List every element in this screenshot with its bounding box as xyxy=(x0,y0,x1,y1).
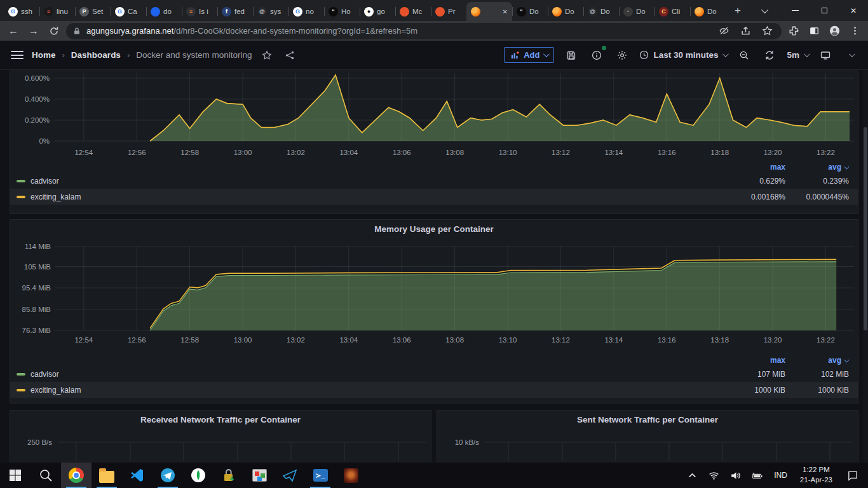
breadcrumb-home[interactable]: Home xyxy=(32,50,56,60)
taskbar-chrome-button[interactable] xyxy=(61,463,92,488)
taskbar-powershell-button[interactable]: ≻_ xyxy=(305,463,336,488)
browser-tab-active[interactable]: ✕ xyxy=(466,2,512,21)
browser-tab-do[interactable]: do xyxy=(146,2,182,21)
legend-sort-max[interactable]: max xyxy=(722,163,785,172)
legend-series-cadvisor[interactable]: cadvisor107 MiB102 MiB xyxy=(10,366,858,382)
taskbar-start-button[interactable] xyxy=(0,463,31,488)
volume-icon[interactable] xyxy=(726,463,745,488)
taskbar-game-launcher-button[interactable] xyxy=(336,463,366,488)
browser-tab-sys[interactable]: @sys xyxy=(253,2,288,21)
panel-title[interactable]: Memory Usage per Container xyxy=(10,220,858,234)
browser-tab-ssh[interactable]: Gssh xyxy=(4,2,39,21)
tv-mode-icon[interactable] xyxy=(817,47,834,64)
legend-series-exciting_kalam[interactable]: exciting_kalam0.00168%0.0000445% xyxy=(10,189,858,205)
tab-label: Cli xyxy=(672,8,686,15)
received-network-chart[interactable]: 250 B/s xyxy=(10,424,431,461)
browser-tab-Do[interactable]: ·Do xyxy=(619,2,654,21)
share-dashboard-icon[interactable] xyxy=(281,47,298,64)
browser-tab-Do[interactable]: Do xyxy=(690,2,726,21)
legend-value-avg: 1000 KiB xyxy=(785,386,849,395)
browser-tab-Do[interactable]: Do xyxy=(548,2,583,21)
back-button[interactable]: ← xyxy=(5,23,22,39)
battery-charging-icon[interactable] xyxy=(747,463,766,488)
scrollbar-thumb[interactable] xyxy=(864,127,867,330)
browser-tab-no[interactable]: Gno xyxy=(288,2,324,21)
window-restore-button[interactable] xyxy=(810,0,839,21)
refresh-interval-dropdown[interactable]: 5m xyxy=(787,50,808,60)
side-panel-icon[interactable] xyxy=(806,23,822,39)
refresh-dashboard-icon[interactable] xyxy=(761,47,778,64)
page-scrollbar[interactable] xyxy=(863,70,868,463)
language-indicator[interactable]: IND xyxy=(769,471,792,480)
action-center-icon[interactable] xyxy=(840,463,865,488)
window-close-button[interactable]: ✕ xyxy=(839,0,868,21)
new-tab-button[interactable]: + xyxy=(729,3,746,19)
browser-tab-Mc[interactable]: Mc xyxy=(395,2,431,21)
extensions-puzzle-icon[interactable] xyxy=(785,23,802,39)
taskbar-paper-plane-app-button[interactable] xyxy=(275,463,305,488)
dashboard-insights-icon[interactable] xyxy=(588,47,605,64)
address-bar[interactable]: agungsurya.grafana.net/d/hr8-CooGk/docke… xyxy=(66,23,782,39)
panel-title[interactable]: Received Network Traffic per Container xyxy=(10,410,431,424)
bookmark-star-icon[interactable] xyxy=(759,23,775,39)
reload-button[interactable] xyxy=(46,23,62,39)
darkspiral-favicon: @ xyxy=(588,7,597,17)
taskbar-clock[interactable]: 1:22 PM 21-Apr-23 xyxy=(795,465,837,485)
collapse-toolbar-chevron-icon[interactable] xyxy=(843,47,859,64)
taskbar-telegram-button[interactable] xyxy=(153,463,183,488)
cpu-chart[interactable]: 0%0.200%0.400%0.600%12:5412:5612:5813:00… xyxy=(10,70,859,159)
forward-button[interactable]: → xyxy=(25,23,42,39)
legend-sort-max[interactable]: max xyxy=(722,356,785,365)
time-range-picker[interactable]: Last 30 minutes xyxy=(639,50,727,60)
series-color-swatch xyxy=(17,196,25,198)
grafana-favicon xyxy=(695,7,704,17)
taskbar-remote-tool-button[interactable] xyxy=(244,463,275,488)
window-minimize-button[interactable] xyxy=(780,0,810,21)
profile-avatar[interactable] xyxy=(826,23,843,39)
x-tick-label: 13:20 xyxy=(764,149,782,156)
x-tick-label: 12:56 xyxy=(128,149,146,156)
tray-chevron-up-icon[interactable] xyxy=(682,463,702,488)
favorite-star-icon[interactable] xyxy=(259,47,275,64)
browser-tab-Ho[interactable]: "Ho xyxy=(324,2,360,21)
add-panel-button[interactable]: Add xyxy=(504,47,554,63)
browser-tab-Do[interactable]: "Do xyxy=(512,2,548,21)
password-eye-slash-icon[interactable] xyxy=(715,23,732,39)
breadcrumb-dashboards[interactable]: Dashboards xyxy=(71,50,121,60)
browser-tab-Ca[interactable]: GCa xyxy=(111,2,146,21)
sent-network-chart[interactable]: 10 kB/s xyxy=(437,424,858,461)
memory-chart[interactable]: 76.3 MiB85.8 MiB95.4 MiB105 MiB114 MiB12… xyxy=(10,239,859,349)
mega-menu-hamburger-icon[interactable] xyxy=(9,47,25,64)
tab-search-chevron-icon[interactable] xyxy=(751,0,780,21)
share-page-icon[interactable] xyxy=(737,23,754,39)
legend-sort-avg[interactable]: avg xyxy=(785,163,849,172)
browser-tab-Cli[interactable]: CCli xyxy=(654,2,690,21)
taskbar-security-lock-app-button[interactable] xyxy=(214,463,244,488)
tab-close-icon[interactable]: ✕ xyxy=(503,8,508,15)
taskbar-vscode-button[interactable] xyxy=(122,463,153,488)
legend-series-exciting_kalam[interactable]: exciting_kalam1000 KiB1000 KiB xyxy=(10,382,858,398)
browser-tab-Pr[interactable]: Pr xyxy=(431,2,466,21)
legend-value-max: 1000 KiB xyxy=(722,386,785,395)
browser-tab-Is i[interactable]: ≡Is i xyxy=(182,2,217,21)
x-tick-label: 13:04 xyxy=(339,149,358,156)
legend-series-cadvisor[interactable]: cadvisor0.629%0.239% xyxy=(10,173,858,189)
browser-tab-Do[interactable]: @Do xyxy=(583,2,619,21)
browser-tab-Set[interactable]: PSet xyxy=(75,2,111,21)
taskbar-search-button[interactable] xyxy=(31,463,61,488)
dashboard-settings-gear-icon[interactable] xyxy=(614,47,630,64)
browser-tab-linu[interactable]: ≡linu xyxy=(39,2,75,21)
save-dashboard-icon[interactable] xyxy=(563,47,580,64)
wifi-icon[interactable] xyxy=(704,463,723,488)
panel-title[interactable]: Sent Network Traffic per Container xyxy=(437,410,858,424)
legend-value-avg: 0.0000445% xyxy=(785,193,849,201)
legend-sort-avg[interactable]: avg xyxy=(785,356,849,365)
zoom-out-time-icon[interactable] xyxy=(736,47,752,64)
taskbar-mongodb-compass-button[interactable] xyxy=(183,463,214,488)
browser-menu-kebab-icon[interactable] xyxy=(846,23,863,39)
taskbar-file-explorer-button[interactable] xyxy=(92,463,122,488)
legend-value-max: 0.629% xyxy=(722,177,785,186)
browser-tab-go[interactable]: ●go xyxy=(360,2,395,21)
browser-tab-fed[interactable]: ffed xyxy=(217,2,253,21)
tab-label: Set xyxy=(92,8,106,15)
